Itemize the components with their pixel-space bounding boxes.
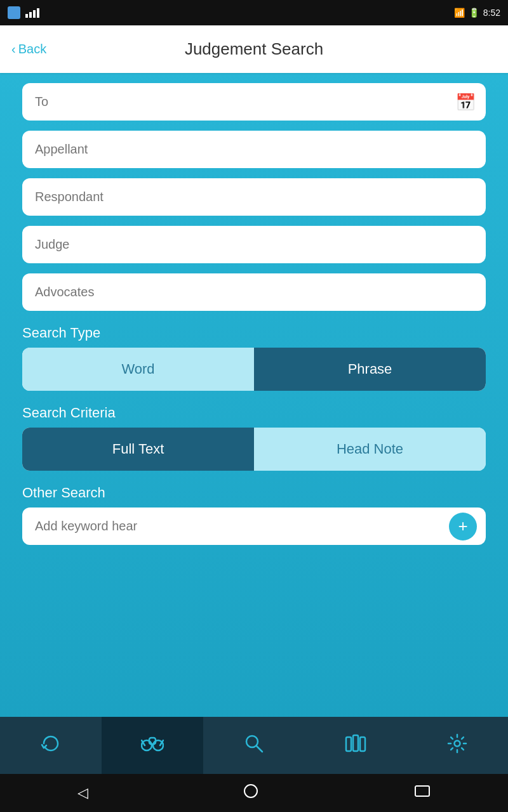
clock: 8:52 — [483, 8, 500, 18]
search-criteria-toggle: Full Text Head Note — [22, 428, 486, 471]
binoculars-icon — [141, 734, 164, 757]
back-button[interactable]: ‹ Back — [11, 42, 46, 56]
full-text-button[interactable]: Full Text — [22, 428, 254, 471]
to-field-wrapper: 📅 — [22, 83, 486, 121]
app-icon — [8, 6, 20, 19]
nav-refresh[interactable] — [0, 717, 102, 774]
refresh-icon — [41, 733, 61, 758]
main-content: 📅 Search Type Word Phrase Search Criteri… — [0, 73, 508, 717]
plus-icon: + — [458, 516, 467, 536]
svg-rect-5 — [346, 737, 351, 751]
page-title: Judgement Search — [185, 39, 323, 59]
keyword-input[interactable] — [22, 508, 486, 545]
head-note-button[interactable]: Head Note — [254, 428, 486, 471]
keyword-wrapper: + — [22, 508, 486, 545]
android-recents-button[interactable] — [414, 785, 431, 801]
svg-rect-7 — [360, 737, 365, 751]
status-bar-right: 📶 🔋 8:52 — [454, 8, 500, 18]
nav-magnify[interactable] — [203, 717, 305, 774]
bottom-nav — [0, 717, 508, 774]
chevron-left-icon: ‹ — [11, 42, 16, 56]
header: ‹ Back Judgement Search — [0, 25, 508, 73]
svg-line-4 — [257, 746, 262, 752]
back-label: Back — [18, 42, 46, 56]
svg-rect-9 — [244, 785, 257, 797]
respondant-input[interactable] — [22, 178, 486, 216]
word-button[interactable]: Word — [22, 348, 254, 391]
calendar-icon[interactable]: 📅 — [455, 92, 476, 112]
gear-icon — [447, 733, 467, 758]
android-back-button[interactable]: ◁ — [77, 785, 88, 801]
android-home-button[interactable] — [243, 783, 259, 803]
wifi-icon: 📶 — [454, 8, 465, 18]
status-bar: 📶 🔋 8:52 — [0, 0, 508, 25]
search-criteria-label: Search Criteria — [22, 405, 486, 421]
search-type-toggle: Word Phrase — [22, 348, 486, 391]
svg-rect-10 — [415, 786, 429, 796]
android-nav: ◁ — [0, 774, 508, 812]
search-type-label: Search Type — [22, 325, 486, 341]
magnify-icon — [244, 733, 264, 758]
nav-search[interactable] — [102, 717, 203, 774]
status-bar-left — [8, 6, 39, 19]
advocates-input[interactable] — [22, 273, 486, 311]
nav-settings[interactable] — [406, 717, 508, 774]
signal-icon — [25, 8, 39, 18]
judge-input[interactable] — [22, 226, 486, 263]
add-keyword-button[interactable]: + — [449, 513, 477, 540]
appellant-input[interactable] — [22, 131, 486, 168]
other-search-label: Other Search — [22, 485, 486, 501]
to-input[interactable] — [22, 83, 486, 121]
phrase-button[interactable]: Phrase — [254, 348, 486, 391]
battery-icon: 🔋 — [469, 8, 479, 18]
nav-books[interactable] — [305, 717, 406, 774]
books-icon — [345, 734, 366, 757]
svg-rect-6 — [353, 735, 358, 751]
svg-point-8 — [455, 740, 460, 746]
